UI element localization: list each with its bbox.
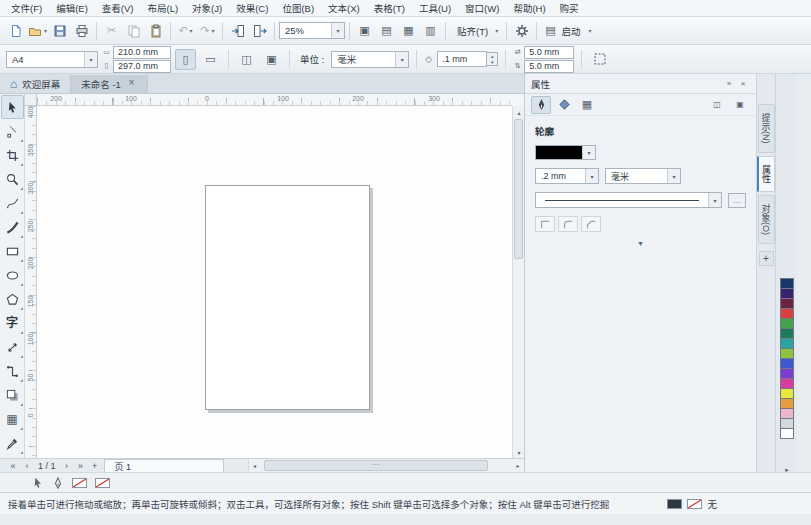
- menu-tools[interactable]: 工具(U): [412, 0, 458, 17]
- tab-untitled-1[interactable]: 未命名 -1 ×: [71, 74, 148, 93]
- rectangle-tool[interactable]: [1, 239, 24, 263]
- vertical-scrollbar[interactable]: ▴ ▾: [512, 106, 524, 458]
- spin-down-icon[interactable]: ▾: [487, 59, 497, 65]
- portrait-button[interactable]: ▯: [175, 49, 196, 70]
- horizontal-scrollbar[interactable]: ◂ ⋯ ▸: [248, 459, 524, 473]
- menu-bitmaps[interactable]: 位图(B): [275, 0, 321, 17]
- round-corner-button[interactable]: [558, 216, 578, 232]
- palette-color[interactable]: [780, 428, 794, 439]
- zoom-dropdown-icon[interactable]: ▾: [331, 23, 344, 38]
- add-docker-button[interactable]: +: [759, 251, 774, 266]
- docker-collapse-icon[interactable]: »: [722, 77, 736, 91]
- docker-tab-hints[interactable]: 提示(N): [758, 104, 775, 153]
- expand-section-icon[interactable]: ▾: [638, 240, 642, 248]
- drop-shadow-tool[interactable]: [1, 383, 24, 407]
- zoom-level-combo[interactable]: 25% ▾: [279, 22, 345, 39]
- docker-close-icon[interactable]: ×: [736, 77, 750, 91]
- show-rulers-button[interactable]: ▤: [376, 20, 397, 41]
- crop-tool[interactable]: [1, 143, 24, 167]
- new-document-button[interactable]: [5, 20, 26, 41]
- artistic-media-tool[interactable]: [1, 215, 24, 239]
- menu-window[interactable]: 窗口(W): [458, 0, 506, 17]
- duplicate-y-field[interactable]: 5.0 mm: [524, 60, 574, 73]
- bevel-corner-button[interactable]: [581, 216, 601, 232]
- show-guidelines-button[interactable]: ▥: [420, 20, 441, 41]
- default-outline-swatch[interactable]: [95, 478, 110, 488]
- redo-button[interactable]: ↷▾: [197, 20, 218, 41]
- menu-edit[interactable]: 编辑(E): [49, 0, 95, 17]
- scroll-right-button[interactable]: ▸: [512, 460, 524, 472]
- horizontal-ruler[interactable]: 200 100 0 100 200 300: [37, 94, 512, 106]
- outline-color-dropdown-icon[interactable]: ▾: [582, 146, 595, 159]
- page-width-field[interactable]: 210.0 mm: [113, 46, 171, 59]
- cut-button[interactable]: ✂: [101, 20, 122, 41]
- landscape-button[interactable]: ▭: [200, 49, 221, 70]
- menu-view[interactable]: 查看(V): [95, 0, 141, 17]
- status-outline-swatch[interactable]: [687, 499, 702, 509]
- status-fill-swatch[interactable]: [667, 499, 682, 509]
- page[interactable]: [205, 185, 370, 410]
- docker-tab-objects[interactable]: 对象(O): [758, 195, 775, 244]
- launcher-dropdown[interactable]: ▤ 启动 ▾: [541, 20, 595, 41]
- miter-corner-button[interactable]: [535, 216, 555, 232]
- previous-page-button[interactable]: ‹: [20, 459, 34, 472]
- scroll-left-button[interactable]: ◂: [249, 460, 261, 472]
- outline-style-combo[interactable]: ▾: [535, 192, 722, 208]
- fill-properties-button[interactable]: [554, 96, 574, 114]
- menu-text[interactable]: 文本(X): [321, 0, 367, 17]
- menu-help[interactable]: 帮助(H): [506, 0, 552, 17]
- nudge-spinner[interactable]: ▴ ▾: [487, 52, 498, 66]
- show-grid-button[interactable]: ▦: [398, 20, 419, 41]
- menu-object[interactable]: 对象(J): [185, 0, 229, 17]
- all-pages-button[interactable]: ◫: [236, 49, 257, 70]
- text-tool[interactable]: 字: [1, 311, 24, 335]
- save-button[interactable]: [49, 20, 70, 41]
- shape-tool[interactable]: [1, 119, 24, 143]
- import-button[interactable]: [227, 20, 248, 41]
- outline-color-combo[interactable]: ▾: [535, 145, 596, 160]
- menu-file[interactable]: 文件(F): [4, 0, 49, 17]
- page-1-tab[interactable]: 页 1: [104, 459, 224, 472]
- vertical-ruler[interactable]: 400 350 300 250 200 150 100 50 0: [25, 106, 37, 458]
- page-height-field[interactable]: 297.0 mm: [113, 60, 171, 73]
- nudge-offset-field[interactable]: .1 mm: [437, 51, 487, 67]
- horizontal-scroll-thumb[interactable]: ⋯: [264, 460, 488, 471]
- zoom-tool[interactable]: [1, 167, 24, 191]
- current-page-button[interactable]: ▣: [261, 49, 282, 70]
- drawing-area[interactable]: [37, 106, 512, 458]
- horizontal-scroll-track[interactable]: ⋯: [261, 459, 512, 473]
- open-button[interactable]: ▾: [27, 20, 48, 41]
- connector-tool[interactable]: [1, 359, 24, 383]
- page-size-dropdown-icon[interactable]: ▾: [84, 52, 97, 67]
- fullscreen-preview-button[interactable]: ▣: [354, 20, 375, 41]
- page-size-combo[interactable]: A4 ▾: [6, 51, 98, 68]
- polygon-tool[interactable]: [1, 287, 24, 311]
- parallel-dimension-tool[interactable]: [1, 335, 24, 359]
- outline-settings-more-button[interactable]: …: [728, 193, 746, 208]
- treat-as-filled-button[interactable]: [589, 49, 610, 70]
- duplicate-x-field[interactable]: 5.0 mm: [524, 46, 574, 59]
- outline-style-dropdown-icon[interactable]: ▾: [708, 193, 721, 207]
- undo-button[interactable]: ↶▾: [175, 20, 196, 41]
- first-page-button[interactable]: «: [6, 459, 20, 472]
- vertical-scroll-thumb[interactable]: [514, 119, 523, 259]
- dock-window-button[interactable]: ◫: [707, 96, 727, 114]
- last-page-button[interactable]: »: [74, 459, 88, 472]
- outline-width-combo[interactable]: .2 mm ▾: [535, 168, 599, 184]
- units-combo[interactable]: 毫米 ▾: [331, 51, 409, 68]
- units-dropdown-icon[interactable]: ▾: [395, 52, 408, 67]
- paste-button[interactable]: [145, 20, 166, 41]
- options-button[interactable]: [511, 20, 532, 41]
- next-page-button[interactable]: ›: [60, 459, 74, 472]
- menu-layout[interactable]: 布局(L): [140, 0, 185, 17]
- copy-button[interactable]: [123, 20, 144, 41]
- transparency-properties-button[interactable]: ▦: [577, 96, 597, 114]
- tab-welcome-screen[interactable]: ⌂ 欢迎屏幕: [0, 74, 71, 93]
- close-tab-icon[interactable]: ×: [126, 78, 137, 89]
- add-page-button[interactable]: +: [88, 459, 102, 472]
- freehand-tool[interactable]: [1, 191, 24, 215]
- ruler-origin-corner[interactable]: [25, 94, 37, 106]
- menu-effects[interactable]: 效果(C): [229, 0, 275, 17]
- float-window-button[interactable]: ▣: [730, 96, 750, 114]
- menu-buy[interactable]: 购买: [553, 0, 586, 17]
